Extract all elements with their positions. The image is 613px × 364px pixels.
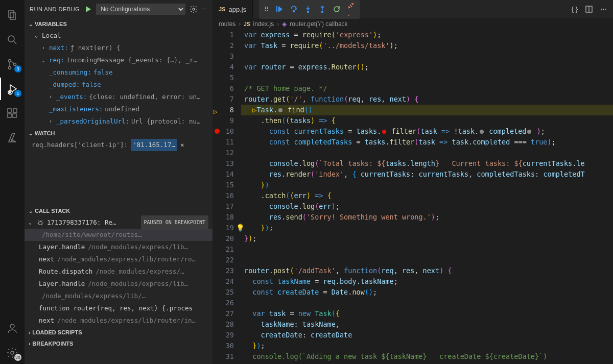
- callstack-body: ⌄ 1713798337176: Re… PAUSED ON BREAKPOIN…: [25, 216, 213, 327]
- variables-scope[interactable]: ⌄Local: [25, 30, 213, 42]
- stack-frame[interactable]: /node_modules/express/lib/…: [25, 290, 213, 302]
- svg-point-17: [39, 221, 42, 225]
- azure-icon[interactable]: [0, 127, 25, 149]
- continue-icon[interactable]: [275, 5, 284, 13]
- split-editor-icon[interactable]: [585, 5, 593, 13]
- chevron-icon: ⌄: [42, 54, 47, 66]
- step-out-icon[interactable]: [318, 5, 326, 13]
- source-control-icon[interactable]: 3: [0, 53, 25, 76]
- close-icon[interactable]: ✕: [180, 139, 184, 151]
- js-file-icon: JS: [219, 6, 225, 12]
- callstack-thread[interactable]: ⌄ 1713798337176: Re… PAUSED ON BREAKPOIN…: [25, 216, 213, 229]
- drag-handle-icon[interactable]: ⠿: [264, 6, 269, 13]
- search-icon[interactable]: [0, 29, 25, 51]
- inline-breakpoint-disabled-icon[interactable]: [527, 130, 531, 134]
- variable-row[interactable]: ⌄req: IncomingMessage {_events: {…}, _r…: [25, 54, 213, 66]
- chevron-down-icon: ⌄: [35, 30, 40, 42]
- breakpoints-header[interactable]: ›BREAKPOINTS: [25, 338, 213, 349]
- settings-gear-icon[interactable]: VS: [0, 342, 25, 364]
- svg-point-14: [11, 351, 14, 354]
- disconnect-icon[interactable]: ⌄: [347, 2, 355, 17]
- code-editor[interactable]: 12345678▷9101112131415161718192021222324…: [213, 30, 613, 364]
- paused-badge: PAUSED ON BREAKPOINT: [141, 215, 208, 230]
- variable-row[interactable]: _dumped: false: [25, 79, 213, 91]
- svg-point-20: [293, 11, 295, 12]
- stack-frame[interactable]: function router(req, res, next) {.proces: [25, 302, 213, 314]
- debug-config-select[interactable]: No Configurations: [96, 4, 185, 15]
- activity-bar: 3 1 VS: [0, 0, 25, 364]
- chevron-down-icon: ⌄: [29, 216, 34, 229]
- svg-marker-19: [278, 6, 282, 12]
- inline-breakpoint-disabled-icon[interactable]: [278, 108, 282, 112]
- step-into-icon[interactable]: [304, 5, 312, 13]
- watch-header[interactable]: ⌄WATCH: [25, 128, 213, 139]
- svg-rect-9: [8, 109, 11, 112]
- method-icon: ◈: [282, 20, 287, 28]
- callstack-header[interactable]: ⌄CALL STACK: [25, 205, 213, 216]
- variables-body: ⌄Local ›next: ƒ next(err) {⌄req: Incomin…: [25, 30, 213, 128]
- svg-rect-1: [10, 13, 15, 19]
- watch-body: req.headers['client-ip']: '81.165.17… ✕: [25, 139, 213, 205]
- svg-point-5: [9, 67, 11, 69]
- chevron-down-icon: ⌄: [29, 131, 33, 136]
- variable-row[interactable]: _consuming: false: [25, 66, 213, 79]
- scm-badge: 3: [14, 65, 21, 72]
- sidebar-title: RUN AND DEBUG: [30, 6, 80, 12]
- debug-sidebar: RUN AND DEBUG No Configurations ⋯ ⌄VARIA…: [25, 0, 213, 364]
- svg-rect-18: [276, 6, 277, 12]
- gear-icon[interactable]: [190, 5, 198, 13]
- chevron-icon: ›: [42, 42, 47, 54]
- stack-frame[interactable]: Route.dispatch/node_modules/express/…: [25, 265, 213, 278]
- svg-line-3: [14, 41, 16, 44]
- debug-titlebar: RUN AND DEBUG No Configurations ⋯: [25, 0, 213, 18]
- stack-frame[interactable]: next/node modules/express/lib/router/in…: [25, 314, 213, 327]
- explorer-icon[interactable]: [0, 4, 25, 27]
- stack-frame[interactable]: next/node_modules/express/lib/router/ro…: [25, 253, 213, 265]
- svg-rect-10: [8, 114, 11, 117]
- svg-rect-0: [9, 11, 14, 17]
- chevron-down-icon: ⌄: [29, 208, 33, 214]
- variable-row[interactable]: ›_events: {close: undefined, error: un…: [25, 91, 213, 103]
- restart-icon[interactable]: [333, 5, 341, 13]
- svg-point-4: [9, 60, 11, 62]
- svg-point-21: [308, 11, 309, 13]
- js-file-icon: JS: [244, 21, 250, 27]
- loaded-scripts-header[interactable]: ›LOADED SCRIPTS: [25, 327, 213, 338]
- tab-appjs[interactable]: JS app.js: [213, 0, 253, 18]
- breakpoint-icon[interactable]: [215, 129, 220, 134]
- step-over-icon[interactable]: [290, 5, 298, 13]
- lightbulb-icon[interactable]: 💡: [241, 223, 245, 233]
- extensions-icon[interactable]: [0, 102, 25, 125]
- more-icon[interactable]: ⋯: [202, 6, 207, 13]
- svg-point-13: [10, 324, 14, 328]
- stack-frame[interactable]: Layer.handle/node_modules/express/lib…: [25, 241, 213, 253]
- stack-frame[interactable]: /home/site/wwwroot/routes…: [25, 229, 213, 241]
- watch-value: '81.165.17…: [131, 139, 177, 151]
- more-icon[interactable]: ⋯: [600, 5, 607, 13]
- chevron-down-icon: ⌄: [29, 21, 33, 27]
- variable-row[interactable]: _maxListeners: undefined: [25, 103, 213, 115]
- chevron-icon: ›: [49, 115, 54, 128]
- svg-rect-11: [13, 114, 16, 117]
- run-debug-icon[interactable]: 1: [0, 78, 25, 100]
- chevron-right-icon: ›: [29, 330, 30, 335]
- inline-breakpoint-icon[interactable]: [382, 130, 386, 134]
- inline-breakpoint-disabled-icon[interactable]: [480, 130, 484, 134]
- svg-point-22: [322, 11, 323, 13]
- svg-point-16: [193, 8, 195, 10]
- svg-marker-15: [86, 6, 91, 12]
- debug-badge: 1: [14, 90, 21, 97]
- start-debug-icon[interactable]: [84, 5, 92, 13]
- accounts-icon[interactable]: [0, 317, 25, 339]
- braces-icon[interactable]: { }: [572, 5, 578, 13]
- watch-expression[interactable]: req.headers['client-ip']: '81.165.17… ✕: [25, 139, 213, 151]
- variables-header[interactable]: ⌄VARIABLES: [25, 18, 213, 30]
- chevron-icon: ›: [49, 91, 54, 103]
- stack-frame[interactable]: Layer.handle/node_modules/express/lib…: [25, 278, 213, 290]
- variable-row[interactable]: ›next: ƒ next(err) {: [25, 42, 213, 54]
- variable-row[interactable]: ›_parsedOriginalUrl: Url {protocol: nu…: [25, 115, 213, 128]
- svg-rect-12: [13, 109, 17, 112]
- editor-area: JS app.js ⠿ ⌄ { } ⋯ routes› JSindex.js› …: [213, 0, 613, 364]
- breadcrumb[interactable]: routes› JSindex.js› ◈router.get('/') cal…: [213, 18, 613, 30]
- debug-toolbar: ⠿ ⌄: [259, 0, 360, 19]
